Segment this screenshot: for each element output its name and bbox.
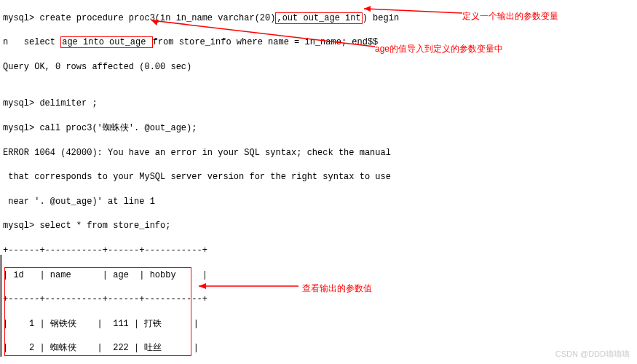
code-line: near '. @out_age)' at line 1 (3, 196, 634, 208)
code-line: Query OK, 0 rows affected (0.00 sec) (3, 61, 634, 74)
code-line: n select age into out_age from store_inf… (3, 36, 634, 49)
highlight-into: age into out_age (60, 36, 152, 48)
code-line: | id | name | age | hobby | (3, 269, 634, 282)
highlight-out-param: ,out out_age int (275, 12, 362, 24)
side-bar (0, 255, 2, 357)
code-line: mysql> select * from store_info; (3, 220, 634, 232)
code-line: mysql> delimiter ; (3, 98, 634, 110)
code-line: | 2 | 蜘蛛侠 | 222 | 吐丝 | (3, 342, 634, 355)
terminal-output: mysql> create procedure proc3(in in_name… (0, 0, 637, 364)
annotation-define-out: 定义一个输出的参数变量 (462, 10, 558, 23)
code-line: +------+-----------+------+-----------+ (3, 293, 634, 306)
annotation-view-output: 查看输出的参数值 (302, 282, 372, 295)
code-line: +------+-----------+------+-----------+ (3, 245, 634, 257)
code-line: | 1 | 钢铁侠 | 111 | 打铁 | (3, 318, 634, 331)
annotation-age-into: age的值导入到定义的参数变量中 (375, 43, 503, 55)
code-line: that corresponds to your MySQL server ve… (3, 171, 634, 183)
code-line: mysql> call proc3('蜘蛛侠'. @out_age); (3, 122, 634, 135)
watermark: CSDN @DDD嘀嘀嘀 (555, 349, 630, 360)
code-line: ERROR 1064 (42000): You have an error in… (3, 147, 634, 159)
